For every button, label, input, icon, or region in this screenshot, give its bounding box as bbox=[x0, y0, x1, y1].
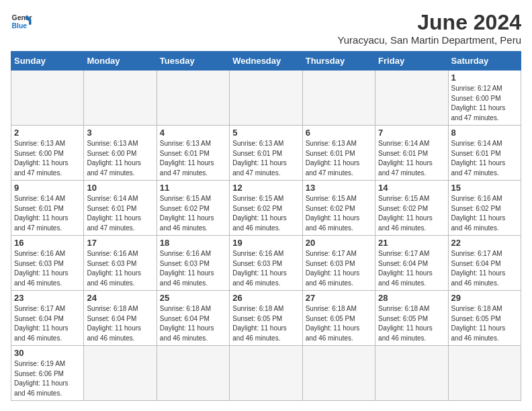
calendar-day-cell bbox=[302, 71, 375, 126]
day-number: 6 bbox=[306, 128, 372, 138]
day-number: 23 bbox=[14, 293, 81, 303]
day-info: Sunrise: 6:14 AM Sunset: 6:01 PM Dayligh… bbox=[451, 139, 518, 178]
calendar-day-cell bbox=[230, 346, 302, 401]
day-number: 19 bbox=[232, 238, 299, 248]
calendar-day-cell bbox=[157, 71, 229, 126]
calendar-day-cell bbox=[375, 346, 448, 401]
calendar-week-row: 30Sunrise: 6:19 AM Sunset: 6:06 PM Dayli… bbox=[11, 346, 521, 401]
day-number: 15 bbox=[451, 183, 518, 193]
calendar-day-cell: 10Sunrise: 6:14 AM Sunset: 6:01 PM Dayli… bbox=[84, 181, 157, 236]
day-number: 30 bbox=[14, 348, 81, 358]
calendar-week-row: 2Sunrise: 6:13 AM Sunset: 6:00 PM Daylig… bbox=[11, 126, 521, 181]
day-number: 8 bbox=[451, 128, 518, 138]
day-number: 14 bbox=[378, 183, 445, 193]
day-of-week-header: Saturday bbox=[448, 52, 521, 71]
calendar-day-cell: 30Sunrise: 6:19 AM Sunset: 6:06 PM Dayli… bbox=[11, 346, 84, 401]
calendar-table: SundayMondayTuesdayWednesdayThursdayFrid… bbox=[11, 51, 521, 401]
day-info: Sunrise: 6:16 AM Sunset: 6:03 PM Dayligh… bbox=[160, 249, 226, 288]
calendar-day-cell bbox=[157, 346, 229, 401]
calendar-day-cell: 29Sunrise: 6:18 AM Sunset: 6:05 PM Dayli… bbox=[448, 291, 521, 346]
day-of-week-header: Thursday bbox=[302, 52, 375, 71]
day-number: 13 bbox=[306, 183, 372, 193]
calendar-week-row: 23Sunrise: 6:17 AM Sunset: 6:04 PM Dayli… bbox=[11, 291, 521, 346]
calendar-day-cell: 14Sunrise: 6:15 AM Sunset: 6:02 PM Dayli… bbox=[375, 181, 448, 236]
day-info: Sunrise: 6:16 AM Sunset: 6:02 PM Dayligh… bbox=[451, 194, 518, 233]
day-info: Sunrise: 6:17 AM Sunset: 6:04 PM Dayligh… bbox=[378, 249, 445, 288]
day-number: 26 bbox=[232, 293, 299, 303]
day-number: 18 bbox=[160, 238, 226, 248]
day-info: Sunrise: 6:18 AM Sunset: 6:05 PM Dayligh… bbox=[232, 304, 299, 343]
day-number: 27 bbox=[306, 293, 372, 303]
calendar-day-cell bbox=[448, 346, 521, 401]
day-info: Sunrise: 6:18 AM Sunset: 6:05 PM Dayligh… bbox=[378, 304, 445, 343]
logo-icon: General Blue bbox=[11, 11, 32, 32]
logo: General Blue bbox=[11, 11, 32, 32]
calendar-day-cell: 19Sunrise: 6:16 AM Sunset: 6:03 PM Dayli… bbox=[230, 236, 302, 291]
day-number: 17 bbox=[87, 238, 153, 248]
day-number: 16 bbox=[14, 238, 81, 248]
day-info: Sunrise: 6:15 AM Sunset: 6:02 PM Dayligh… bbox=[160, 194, 226, 233]
calendar-day-cell: 24Sunrise: 6:18 AM Sunset: 6:04 PM Dayli… bbox=[84, 291, 157, 346]
day-number: 20 bbox=[306, 238, 372, 248]
day-info: Sunrise: 6:13 AM Sunset: 6:01 PM Dayligh… bbox=[160, 139, 226, 178]
calendar-day-cell bbox=[11, 71, 84, 126]
calendar-day-cell: 17Sunrise: 6:16 AM Sunset: 6:03 PM Dayli… bbox=[84, 236, 157, 291]
day-number: 10 bbox=[87, 183, 153, 193]
day-of-week-header: Friday bbox=[375, 52, 448, 71]
calendar-day-cell: 15Sunrise: 6:16 AM Sunset: 6:02 PM Dayli… bbox=[448, 181, 521, 236]
day-info: Sunrise: 6:15 AM Sunset: 6:02 PM Dayligh… bbox=[232, 194, 299, 233]
calendar-day-cell: 9Sunrise: 6:14 AM Sunset: 6:01 PM Daylig… bbox=[11, 181, 84, 236]
calendar-day-cell: 18Sunrise: 6:16 AM Sunset: 6:03 PM Dayli… bbox=[157, 236, 229, 291]
day-info: Sunrise: 6:17 AM Sunset: 6:03 PM Dayligh… bbox=[306, 249, 372, 288]
day-info: Sunrise: 6:16 AM Sunset: 6:03 PM Dayligh… bbox=[14, 249, 81, 288]
day-of-week-header: Monday bbox=[84, 52, 157, 71]
day-info: Sunrise: 6:13 AM Sunset: 6:00 PM Dayligh… bbox=[14, 139, 81, 178]
day-info: Sunrise: 6:18 AM Sunset: 6:05 PM Dayligh… bbox=[451, 304, 518, 343]
day-number: 29 bbox=[451, 293, 518, 303]
calendar-day-cell: 16Sunrise: 6:16 AM Sunset: 6:03 PM Dayli… bbox=[11, 236, 84, 291]
calendar-week-row: 9Sunrise: 6:14 AM Sunset: 6:01 PM Daylig… bbox=[11, 181, 521, 236]
calendar-header-row: SundayMondayTuesdayWednesdayThursdayFrid… bbox=[11, 52, 521, 71]
calendar-day-cell: 5Sunrise: 6:13 AM Sunset: 6:01 PM Daylig… bbox=[230, 126, 302, 181]
calendar-week-row: 1Sunrise: 6:12 AM Sunset: 6:00 PM Daylig… bbox=[11, 71, 521, 126]
day-number: 21 bbox=[378, 238, 445, 248]
day-of-week-header: Wednesday bbox=[230, 52, 302, 71]
calendar-week-row: 16Sunrise: 6:16 AM Sunset: 6:03 PM Dayli… bbox=[11, 236, 521, 291]
calendar-day-cell: 27Sunrise: 6:18 AM Sunset: 6:05 PM Dayli… bbox=[302, 291, 375, 346]
day-info: Sunrise: 6:14 AM Sunset: 6:01 PM Dayligh… bbox=[14, 194, 81, 233]
day-info: Sunrise: 6:13 AM Sunset: 6:01 PM Dayligh… bbox=[306, 139, 372, 178]
day-info: Sunrise: 6:18 AM Sunset: 6:05 PM Dayligh… bbox=[306, 304, 372, 343]
day-number: 5 bbox=[232, 128, 299, 138]
page-header: General Blue June 2024 Yuracyacu, San Ma… bbox=[11, 11, 521, 46]
day-info: Sunrise: 6:16 AM Sunset: 6:03 PM Dayligh… bbox=[232, 249, 299, 288]
day-number: 9 bbox=[14, 183, 81, 193]
day-info: Sunrise: 6:14 AM Sunset: 6:01 PM Dayligh… bbox=[87, 194, 153, 233]
day-info: Sunrise: 6:16 AM Sunset: 6:03 PM Dayligh… bbox=[87, 249, 153, 288]
month-title: June 2024 bbox=[338, 11, 521, 34]
day-info: Sunrise: 6:12 AM Sunset: 6:00 PM Dayligh… bbox=[451, 84, 518, 123]
calendar-day-cell: 23Sunrise: 6:17 AM Sunset: 6:04 PM Dayli… bbox=[11, 291, 84, 346]
calendar-day-cell: 7Sunrise: 6:14 AM Sunset: 6:01 PM Daylig… bbox=[375, 126, 448, 181]
day-number: 25 bbox=[160, 293, 226, 303]
calendar-day-cell: 2Sunrise: 6:13 AM Sunset: 6:00 PM Daylig… bbox=[11, 126, 84, 181]
calendar-day-cell: 3Sunrise: 6:13 AM Sunset: 6:00 PM Daylig… bbox=[84, 126, 157, 181]
day-info: Sunrise: 6:18 AM Sunset: 6:04 PM Dayligh… bbox=[160, 304, 226, 343]
calendar-day-cell: 8Sunrise: 6:14 AM Sunset: 6:01 PM Daylig… bbox=[448, 126, 521, 181]
title-area: June 2024 Yuracyacu, San Martin Departme… bbox=[338, 11, 521, 46]
day-number: 7 bbox=[378, 128, 445, 138]
day-of-week-header: Tuesday bbox=[157, 52, 229, 71]
location-subtitle: Yuracyacu, San Martin Department, Peru bbox=[338, 34, 521, 46]
calendar-day-cell: 13Sunrise: 6:15 AM Sunset: 6:02 PM Dayli… bbox=[302, 181, 375, 236]
day-number: 28 bbox=[378, 293, 445, 303]
calendar-day-cell: 28Sunrise: 6:18 AM Sunset: 6:05 PM Dayli… bbox=[375, 291, 448, 346]
day-number: 24 bbox=[87, 293, 153, 303]
day-number: 1 bbox=[451, 73, 518, 83]
calendar-day-cell bbox=[302, 346, 375, 401]
calendar-day-cell: 1Sunrise: 6:12 AM Sunset: 6:00 PM Daylig… bbox=[448, 71, 521, 126]
day-info: Sunrise: 6:19 AM Sunset: 6:06 PM Dayligh… bbox=[14, 359, 81, 398]
day-number: 11 bbox=[160, 183, 226, 193]
day-info: Sunrise: 6:17 AM Sunset: 6:04 PM Dayligh… bbox=[451, 249, 518, 288]
calendar-day-cell: 12Sunrise: 6:15 AM Sunset: 6:02 PM Dayli… bbox=[230, 181, 302, 236]
day-info: Sunrise: 6:15 AM Sunset: 6:02 PM Dayligh… bbox=[306, 194, 372, 233]
calendar-day-cell: 11Sunrise: 6:15 AM Sunset: 6:02 PM Dayli… bbox=[157, 181, 229, 236]
